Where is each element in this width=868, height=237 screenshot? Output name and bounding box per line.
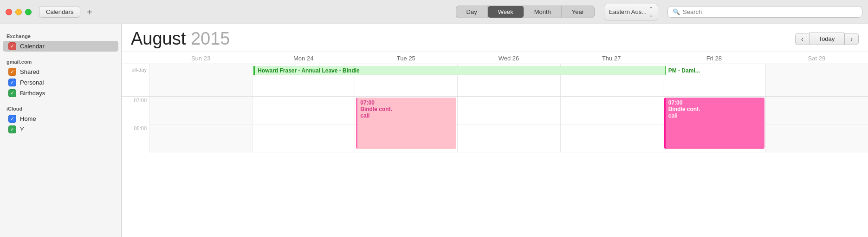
personal-checkbox[interactable]: ✓	[8, 79, 16, 86]
time-cell-wed-800	[457, 125, 560, 152]
today-button[interactable]: Today	[809, 33, 845, 45]
time-grid-scroll[interactable]: 07:00 07:00 Bindle conf. call 07:00 Bind…	[122, 97, 868, 237]
day-header-thu27: Thu 27	[560, 55, 663, 62]
nav-group: ‹ Today ›	[795, 33, 859, 45]
allday-cell-fri: PM - Dami...	[663, 64, 765, 96]
day-name-wed: Wed	[499, 55, 511, 62]
event-time-tue: 07:00	[360, 99, 453, 106]
calendar-view: August 2015 ‹ Today › Sun 23 Mon 24 Tue	[122, 24, 868, 237]
calendars-button[interactable]: Calendars	[39, 6, 80, 18]
view-year-button[interactable]: Year	[562, 6, 594, 18]
time-cell-thu-700	[560, 97, 663, 125]
next-button[interactable]: ›	[844, 33, 859, 45]
prev-button[interactable]: ‹	[795, 33, 809, 45]
search-input[interactable]	[683, 8, 857, 15]
time-label-800: 08:00	[122, 125, 149, 152]
search-box: 🔍	[667, 6, 862, 18]
day-header-fri28: Fri 28	[663, 55, 765, 62]
sidebar-label-shared: Shared	[20, 68, 39, 75]
allday-event-howard[interactable]: Howard Fraser - Annual Leave - Bindle	[253, 66, 665, 75]
allday-label: all-day	[122, 64, 149, 96]
allday-cell-sun	[149, 64, 252, 96]
close-button[interactable]	[6, 9, 12, 15]
allday-row: all-day Howard Fraser - Annual Leave - B…	[122, 64, 868, 97]
calendar-month-year: August 2015	[131, 29, 230, 49]
timezone-button[interactable]: Eastern Aus... ⌃⌄	[604, 4, 658, 20]
sidebar-item-y[interactable]: ✓ Y	[0, 124, 121, 135]
time-cell-thu-800	[560, 125, 663, 152]
day-num-26: 26	[512, 55, 519, 62]
view-month-button[interactable]: Month	[524, 6, 562, 18]
sidebar-label-y: Y	[20, 126, 24, 133]
time-cell-sun-800	[149, 125, 252, 152]
time-cell-tue-800	[355, 125, 457, 152]
maximize-button[interactable]	[25, 9, 32, 15]
event-time-fri: 07:00	[668, 99, 762, 106]
day-name-sat: Sat	[808, 55, 817, 62]
calendar-year-val: 2015	[191, 29, 230, 48]
calendar-header: August 2015 ‹ Today ›	[122, 24, 868, 52]
day-name-mon: Mon	[293, 55, 305, 62]
days-header: Sun 23 Mon 24 Tue 25 Wed 26 Thu 27 Fri	[122, 52, 868, 64]
section-icloud: iCloud	[0, 103, 121, 113]
view-day-button[interactable]: Day	[456, 6, 488, 18]
day-num-23: 23	[204, 55, 210, 62]
day-name-fri: Fri	[706, 55, 713, 62]
event-title-tue2: call	[360, 112, 453, 119]
sidebar-label-birthdays: Birthdays	[20, 90, 45, 97]
time-cell-sun-700	[149, 97, 252, 125]
minimize-button[interactable]	[15, 9, 22, 15]
day-header-sat29: Sat 29	[765, 55, 868, 62]
sidebar-item-birthdays[interactable]: ✓ Birthdays	[0, 88, 121, 99]
sidebar-label-personal: Personal	[20, 79, 44, 86]
event-title-fri: Bindle conf.	[668, 106, 762, 112]
sidebar-item-personal[interactable]: ✓ Personal	[0, 77, 121, 88]
y-checkbox[interactable]: ✓	[8, 125, 16, 133]
shared-checkbox[interactable]: ✓	[8, 68, 16, 76]
sidebar-label-calendar: Calendar	[20, 43, 45, 50]
day-num-27: 27	[614, 55, 621, 62]
time-cell-fri-800	[663, 125, 765, 152]
view-week-button[interactable]: Week	[488, 6, 524, 18]
sidebar-item-shared[interactable]: ✓ Shared	[0, 66, 121, 77]
search-icon: 🔍	[673, 8, 680, 15]
day-header-wed26: Wed 26	[457, 55, 560, 62]
day-name-sun: Sun	[191, 55, 202, 62]
calendar-checkbox[interactable]: ✓	[8, 42, 16, 50]
time-label-700: 07:00	[122, 97, 149, 125]
sidebar-item-home[interactable]: ✓ Home	[0, 113, 121, 124]
birthdays-checkbox[interactable]: ✓	[8, 89, 16, 97]
time-cell-fri-700: 07:00 Bindle conf. call	[663, 97, 765, 125]
day-header-mon24: Mon 24	[252, 55, 355, 62]
day-header-sun23: Sun 23	[149, 55, 252, 62]
home-checkbox[interactable]: ✓	[8, 115, 16, 123]
allday-cell-mon: Howard Fraser - Annual Leave - Bindle	[252, 64, 355, 96]
calendar-month: August	[131, 29, 186, 48]
main-content: Exchange ✓ Calendar gmail.com ✓ Shared ✓…	[0, 24, 868, 237]
time-cell-sat-800	[765, 125, 868, 152]
section-exchange: Exchange	[0, 31, 121, 41]
day-num-25: 25	[408, 55, 415, 62]
view-switcher: Day Week Month Year	[456, 6, 595, 18]
day-name-tue: Tue	[397, 55, 407, 62]
add-calendar-button[interactable]: +	[85, 7, 94, 17]
time-cell-wed-700	[457, 97, 560, 125]
time-cell-tue-700: 07:00 Bindle conf. call	[355, 97, 457, 125]
day-header-tue25: Tue 25	[355, 55, 457, 62]
timezone-label: Eastern Aus...	[609, 8, 647, 15]
time-cell-mon-800	[252, 125, 355, 152]
allday-cell-sat	[765, 64, 868, 96]
sidebar-item-calendar[interactable]: ✓ Calendar	[3, 41, 118, 52]
titlebar: Calendars + Day Week Month Year Eastern …	[0, 0, 868, 24]
event-title-fri2: call	[668, 112, 762, 119]
time-cell-sat-700	[765, 97, 868, 125]
day-num-24: 24	[307, 55, 313, 62]
day-num-29: 29	[819, 55, 825, 62]
event-title-tue: Bindle conf.	[360, 106, 453, 112]
sidebar-label-home: Home	[20, 115, 36, 122]
time-grid: 07:00 07:00 Bindle conf. call 07:00 Bind…	[122, 97, 868, 152]
timezone-arrow-icon: ⌃⌄	[649, 6, 653, 18]
day-name-thu: Thu	[602, 55, 612, 62]
traffic-lights	[6, 9, 32, 15]
allday-event-pm-dami[interactable]: PM - Dami...	[664, 66, 764, 75]
